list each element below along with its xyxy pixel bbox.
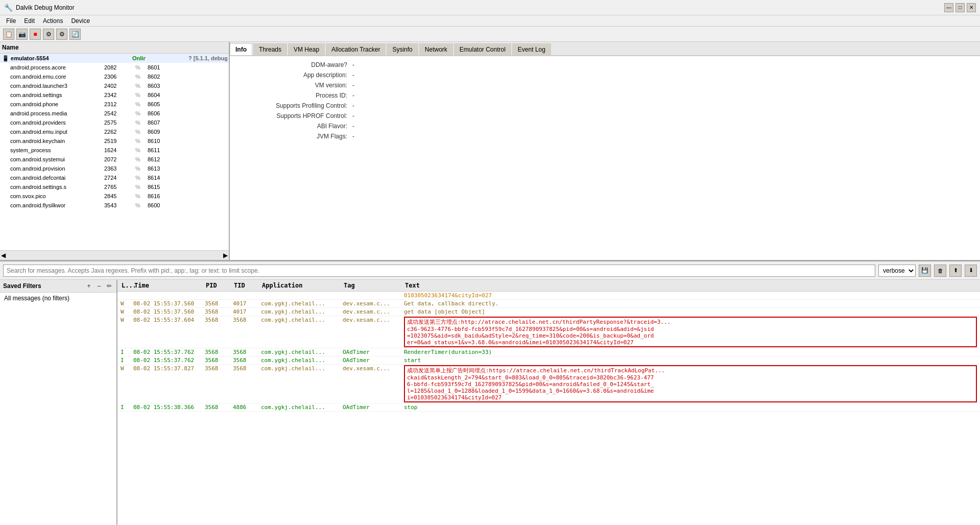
device-list[interactable]: 📱 emulator-5554 Online ? [5.1.1, debug] …	[0, 54, 229, 250]
info-label-pid: Process ID:	[235, 92, 347, 99]
proc-status: %	[130, 147, 146, 154]
table-row[interactable]: com.android.keychain 2519 % 8610	[0, 136, 229, 146]
toolbar-stop-btn[interactable]: ■	[30, 29, 41, 40]
log-time: 08-02 15:55:38.366	[132, 404, 204, 411]
proc-status: %	[130, 165, 146, 172]
log-pid: 3568	[204, 317, 232, 323]
tab-network[interactable]: Network	[419, 43, 453, 55]
table-row[interactable]: system_process 1624 % 8611	[0, 146, 229, 155]
proc-debug	[186, 168, 227, 169]
close-button[interactable]: ✕	[967, 3, 976, 12]
tab-info[interactable]: Info	[230, 43, 252, 55]
log-level: I	[119, 357, 132, 364]
proc-pid: 3543	[102, 202, 130, 209]
menu-file[interactable]: File	[2, 16, 20, 26]
table-row[interactable]: com.android.provision 2363 % 8613	[0, 164, 229, 173]
proc-debug	[186, 76, 227, 77]
proc-pid: 2519	[102, 137, 130, 145]
toolbar-settings2-btn[interactable]: ⚙	[56, 29, 67, 40]
table-row[interactable]: com.android.defcontai 2724 % 8614	[0, 173, 229, 182]
proc-status: %	[130, 64, 146, 71]
filters-title: Saved Filters	[3, 282, 83, 290]
log-app: com.ygkj.chelail...	[260, 308, 342, 315]
proc-name: com.android.providers	[0, 119, 102, 126]
log-pid: 3568	[204, 308, 232, 315]
menu-actions[interactable]: Actions	[39, 16, 67, 26]
info-row: Supports HPROF Control: -	[235, 112, 975, 120]
add-filter-button[interactable]: +	[85, 282, 93, 290]
tab-sysinfo[interactable]: Sysinfo	[387, 43, 418, 55]
log-tid: 4886	[232, 404, 260, 411]
filter-all-messages[interactable]: All messages (no filters)	[0, 293, 116, 304]
proc-port: 8613	[146, 165, 186, 172]
search-input[interactable]	[3, 265, 875, 277]
log-time: 08-02 15:55:37.560	[132, 300, 204, 307]
info-row: DDM-aware? -	[235, 61, 975, 68]
toolbar: 📋 📷 ■ ⚙ ⚙ 🔄	[0, 27, 980, 42]
scroll-top-button[interactable]: ⬆	[949, 265, 962, 277]
info-label-appdesc: App description:	[235, 71, 347, 79]
proc-port: 8612	[146, 156, 186, 163]
proc-name: android.process.acore	[0, 64, 102, 71]
tab-allocation-tracker[interactable]: Allocation Tracker	[326, 43, 386, 55]
table-row[interactable]: com.android.emu.core 2306 % 8602	[0, 72, 229, 81]
table-row[interactable]: com.android.phone 2312 % 8605	[0, 100, 229, 109]
table-row[interactable]: com.svox.pico 2845 % 8616	[0, 192, 229, 201]
proc-name: com.android.settings.s	[0, 183, 102, 190]
tab-vm-heap[interactable]: VM Heap	[288, 43, 325, 55]
proc-debug	[186, 177, 227, 178]
edit-filter-button[interactable]: ✏	[105, 282, 113, 290]
minimize-button[interactable]: —	[944, 3, 953, 12]
log-text: get data [object Object]	[403, 308, 978, 315]
table-row[interactable]: com.android.launcher3 2402 % 8603	[0, 81, 229, 90]
proc-status: %	[130, 82, 146, 89]
info-row: VM version: -	[235, 82, 975, 89]
emulator-row[interactable]: 📱 emulator-5554 Online ? [5.1.1, debug]	[0, 54, 229, 63]
emulator-debug: ? [5.1.1, debug]	[186, 55, 227, 62]
proc-debug	[186, 94, 227, 96]
toolbar-copy-btn[interactable]: 📋	[3, 29, 14, 40]
proc-port: 8603	[146, 82, 186, 89]
tab-event-log[interactable]: Event Log	[512, 43, 551, 55]
table-row[interactable]: com.android.systemui 2072 % 8612	[0, 155, 229, 164]
col-name: Name	[0, 43, 102, 52]
info-label-vmver: VM version:	[235, 82, 347, 89]
table-row[interactable]: com.android.flysilkwor 3543 % 8600	[0, 201, 229, 210]
clear-log-button[interactable]: 🗑	[934, 265, 946, 277]
table-row[interactable]: com.android.settings.s 2765 % 8615	[0, 182, 229, 192]
proc-status: %	[130, 202, 146, 209]
toolbar-settings-btn[interactable]: ⚙	[43, 29, 54, 40]
log-text-highlighted-2: 成功发送简单上报广告时间埋点:https://atrace.chelaile.n…	[403, 365, 978, 402]
saved-filters-panel: Saved Filters + – ✏ All messages (no fil…	[0, 280, 117, 525]
col-status	[130, 43, 146, 52]
tab-threads[interactable]: Threads	[253, 43, 287, 55]
proc-status: %	[130, 110, 146, 117]
table-row[interactable]: android.process.media 2542 % 8606	[0, 109, 229, 118]
table-row[interactable]: com.android.providers 2575 % 8607	[0, 118, 229, 127]
table-row[interactable]: android.process.acore 2082 % 8601	[0, 63, 229, 72]
toolbar-screenshot-btn[interactable]: 📷	[16, 29, 28, 40]
save-log-button[interactable]: 💾	[919, 265, 931, 277]
toolbar-refresh-btn[interactable]: 🔄	[69, 29, 81, 40]
maximize-button[interactable]: □	[955, 3, 965, 12]
menu-edit[interactable]: Edit	[20, 16, 39, 26]
proc-name: com.android.emu.input	[0, 128, 102, 135]
log-tid: 4017	[232, 308, 260, 315]
proc-debug	[186, 140, 227, 141]
remove-filter-button[interactable]: –	[95, 282, 103, 290]
highlighted-text-block-1: 成功发送第三方埋点:http://atrace.chelaile.net.cn/…	[404, 317, 977, 347]
table-row[interactable]: com.android.emu.input 2262 % 8609	[0, 127, 229, 136]
scroll-bottom-button[interactable]: ⬇	[965, 265, 977, 277]
verbose-select[interactable]: verbose debug info warn error assert	[878, 265, 916, 277]
titlebar-controls[interactable]: — □ ✕	[944, 3, 976, 12]
device-scroll-controls: ◀ ▶	[0, 250, 229, 260]
table-row[interactable]: com.android.settings 2342 % 8604	[0, 90, 229, 100]
scroll-right-icon[interactable]: ▶	[223, 252, 228, 259]
tab-emulator-control[interactable]: Emulator Control	[454, 43, 511, 55]
proc-status: %	[130, 156, 146, 163]
titlebar: 🔧 Dalvik Debug Monitor — □ ✕	[0, 0, 980, 15]
menu-device[interactable]: Device	[67, 16, 94, 26]
proc-port: 8605	[146, 101, 186, 108]
scroll-left-icon[interactable]: ◀	[1, 252, 6, 259]
log-table[interactable]: L... Time PID TID Application Tag Text	[117, 280, 980, 525]
